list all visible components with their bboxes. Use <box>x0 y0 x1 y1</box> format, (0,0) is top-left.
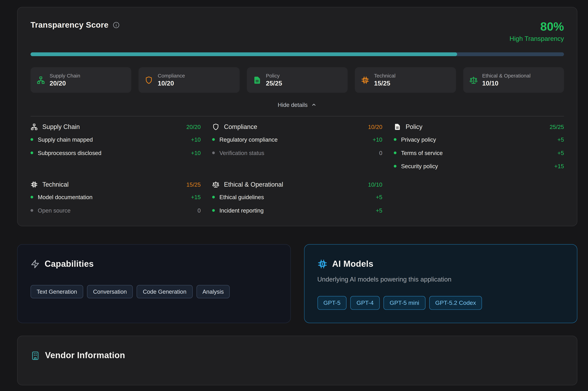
capabilities-card: Capabilities Text Generation Conversatio… <box>17 244 291 323</box>
capabilities-title: Capabilities <box>45 259 94 269</box>
model-chip: GPT-5 mini <box>383 296 425 310</box>
cpu-icon <box>317 259 327 269</box>
detail-empty-cell <box>394 181 564 214</box>
missed-dot-icon <box>31 209 33 212</box>
scale-icon <box>212 181 220 188</box>
category-label: Policy <box>266 73 282 79</box>
detail-item-label: Security policy <box>401 163 550 169</box>
detail-item-value: +5 <box>376 207 382 213</box>
progress-fill <box>31 52 458 56</box>
earned-dot-icon <box>31 152 33 154</box>
detail-title: Policy <box>406 123 545 131</box>
detail-item: Regulatory compliance +10 <box>212 136 382 143</box>
overall-score: 80% <box>510 20 564 33</box>
detail-item-label: Subprocessors disclosed <box>38 150 186 156</box>
detail-item-value: +10 <box>191 150 201 156</box>
detail-item-value: 0 <box>198 207 201 213</box>
detail-item-label: Regulatory compliance <box>220 136 368 143</box>
detail-supply-chain: Supply Chain 20/20 Supply chain mapped +… <box>31 123 201 170</box>
detail-item-label: Supply chain mapped <box>38 136 186 143</box>
cpu-icon <box>361 76 369 84</box>
capability-chip: Conversation <box>87 285 133 298</box>
category-card-compliance: Compliance 10/20 <box>139 67 239 93</box>
detail-item: Open source 0 <box>31 207 201 213</box>
detail-item: Security policy +15 <box>394 163 564 169</box>
detail-item: Privacy policy +5 <box>394 136 564 143</box>
detail-technical: Technical 15/25 Model documentation +15 … <box>31 181 201 214</box>
detail-item-value: +5 <box>557 150 564 156</box>
detail-item-value: +5 <box>557 136 564 143</box>
detail-item-label: Ethical guidelines <box>220 194 371 200</box>
cpu-icon <box>31 181 38 188</box>
score-header: Transparency Score 80% High Transparency <box>31 20 564 43</box>
category-value: 15/25 <box>374 80 396 87</box>
detail-score: 10/10 <box>368 181 382 188</box>
category-label: Supply Chain <box>50 73 80 79</box>
detail-ethical-operational: Ethical & Operational 10/10 Ethical guid… <box>212 181 382 214</box>
detail-item-value: 0 <box>379 150 382 156</box>
category-summary-row: Supply Chain 20/20 Compliance 10/20 <box>31 67 564 93</box>
detail-item: Terms of service +5 <box>394 150 564 156</box>
detail-compliance: Compliance 10/20 Regulatory compliance +… <box>212 123 382 170</box>
score-details-grid: Supply Chain 20/20 Supply chain mapped +… <box>31 123 564 214</box>
detail-item-value: +15 <box>554 163 564 169</box>
transparency-score-panel: Transparency Score 80% High Transparency <box>17 7 577 226</box>
hide-details-label: Hide details <box>278 101 308 108</box>
vendor-title: Vendor Information <box>45 351 125 361</box>
hide-details-button[interactable]: Hide details <box>278 101 317 108</box>
detail-item-label: Open source <box>38 207 193 213</box>
network-icon <box>37 76 45 84</box>
detail-item: Subprocessors disclosed +10 <box>31 150 201 156</box>
chevron-up-icon <box>311 102 317 108</box>
info-icon[interactable] <box>113 21 120 28</box>
detail-item: Ethical guidelines +5 <box>212 194 382 200</box>
category-value: 10/20 <box>158 80 185 87</box>
transparency-progress-bar <box>31 52 564 56</box>
capability-chip: Analysis <box>196 285 230 298</box>
detail-score: 25/25 <box>550 124 564 130</box>
detail-score: 20/20 <box>186 124 201 130</box>
ai-models-subtitle: Underlying AI models powering this appli… <box>317 276 564 284</box>
vendor-information-card: Vendor Information <box>17 336 577 385</box>
detail-item: Verification status 0 <box>212 150 382 156</box>
capability-chip: Text Generation <box>31 285 83 298</box>
detail-item-label: Privacy policy <box>401 136 553 143</box>
detail-item-value: +15 <box>191 194 201 200</box>
capability-chip: Code Generation <box>137 285 192 298</box>
earned-dot-icon <box>212 138 215 141</box>
detail-title: Supply Chain <box>42 123 182 131</box>
detail-item-label: Verification status <box>220 150 374 156</box>
category-value: 25/25 <box>266 80 282 87</box>
page: Transparency Score 80% High Transparency <box>0 7 588 391</box>
zap-icon <box>31 259 40 269</box>
capability-chips: Text Generation Conversation Code Genera… <box>31 285 277 298</box>
category-card-technical: Technical 15/25 <box>355 67 456 93</box>
divider <box>31 116 564 116</box>
model-chip: GPT-4 <box>350 296 380 310</box>
category-card-policy: Policy 25/25 <box>247 67 348 93</box>
category-value: 20/20 <box>50 80 80 87</box>
document-icon <box>253 76 261 84</box>
category-card-supply-chain: Supply Chain 20/20 <box>31 67 131 93</box>
detail-item-label: Model documentation <box>38 194 186 200</box>
earned-dot-icon <box>31 138 33 141</box>
category-label: Compliance <box>158 73 185 79</box>
cards-row: Capabilities Text Generation Conversatio… <box>17 244 577 323</box>
building-icon <box>31 351 40 360</box>
category-card-ethical: Ethical & Operational 10/10 <box>463 67 564 93</box>
ai-models-card: AI Models Underlying AI models powering … <box>304 244 577 323</box>
detail-item-label: Incident reporting <box>220 207 371 213</box>
earned-dot-icon <box>394 138 396 141</box>
network-icon <box>31 123 38 131</box>
category-label: Ethical & Operational <box>482 73 530 79</box>
earned-dot-icon <box>31 196 33 198</box>
ai-models-title: AI Models <box>332 259 373 269</box>
model-chips: GPT-5 GPT-4 GPT-5 mini GPT-5.2 Codex <box>317 296 564 310</box>
shield-icon <box>145 76 153 84</box>
detail-item-value: +10 <box>191 136 201 143</box>
category-label: Technical <box>374 73 396 79</box>
missed-dot-icon <box>212 152 215 154</box>
score-rating-label: High Transparency <box>510 35 564 43</box>
shield-icon <box>212 123 220 131</box>
detail-item-value: +10 <box>373 136 382 143</box>
